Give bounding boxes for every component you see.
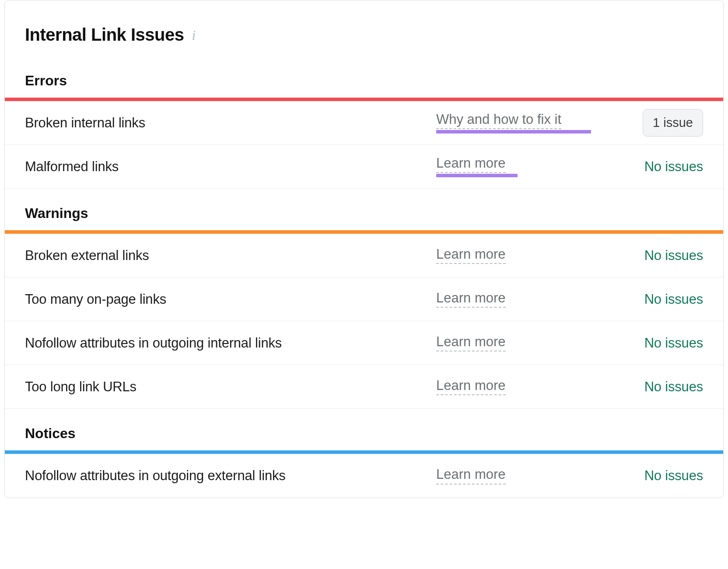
- issue-status: No issues: [602, 379, 703, 395]
- issue-row: Broken external links Learn more No issu…: [5, 234, 723, 277]
- issue-label: Broken internal links: [25, 115, 436, 131]
- issue-help-wrap: Why and how to fix it: [436, 112, 602, 133]
- section-title-warnings: Warnings: [25, 205, 703, 221]
- issue-label: Nofollow attributes in outgoing internal…: [25, 335, 436, 351]
- issue-row: Nofollow attributes in outgoing internal…: [5, 321, 723, 365]
- no-issues-text: No issues: [644, 379, 703, 394]
- issue-row: Broken internal links Why and how to fix…: [5, 101, 723, 145]
- issue-status: No issues: [602, 159, 703, 175]
- help-link[interactable]: Learn more: [436, 156, 506, 173]
- internal-link-issues-panel: Internal Link Issues i Errors Broken int…: [4, 0, 724, 498]
- panel-header: Internal Link Issues i: [5, 0, 723, 62]
- issue-status: No issues: [602, 335, 703, 351]
- no-issues-text: No issues: [644, 335, 703, 351]
- help-link[interactable]: Learn more: [436, 334, 506, 351]
- bottom-fade-overlay: [0, 516, 728, 569]
- issue-help-wrap: Learn more: [436, 334, 602, 351]
- section-title-errors: Errors: [25, 73, 703, 89]
- help-link[interactable]: Learn more: [436, 467, 506, 484]
- section-header-notices: Notices: [5, 409, 723, 450]
- issue-help-wrap: Learn more: [436, 378, 602, 395]
- section-header-errors: Errors: [5, 62, 723, 98]
- no-issues-text: No issues: [644, 248, 703, 263]
- issue-row: Too many on-page links Learn more No iss…: [5, 277, 723, 321]
- issue-label: Too long link URLs: [25, 379, 436, 395]
- issue-status: 1 issue: [602, 109, 703, 137]
- highlight-bar: [436, 130, 591, 133]
- issue-row: Nofollow attributes in outgoing external…: [5, 454, 723, 498]
- help-link[interactable]: Learn more: [436, 247, 506, 264]
- help-link[interactable]: Why and how to fix it: [436, 112, 561, 129]
- issue-label: Malformed links: [25, 159, 436, 175]
- issue-label: Nofollow attributes in outgoing external…: [25, 468, 436, 484]
- panel-title: Internal Link Issues: [25, 25, 184, 45]
- issue-help-wrap: Learn more: [436, 156, 602, 177]
- help-link[interactable]: Learn more: [436, 291, 506, 308]
- no-issues-text: No issues: [644, 292, 703, 307]
- issue-help-wrap: Learn more: [436, 247, 602, 264]
- section-bar-errors: [5, 98, 723, 101]
- info-icon[interactable]: i: [192, 28, 196, 42]
- issue-help-wrap: Learn more: [436, 291, 602, 308]
- issue-label: Broken external links: [25, 248, 436, 263]
- section-header-warnings: Warnings: [5, 189, 723, 230]
- highlight-bar: [436, 174, 518, 177]
- section-bar-warnings: [5, 230, 723, 234]
- issue-count-button[interactable]: 1 issue: [643, 109, 703, 137]
- issue-row: Too long link URLs Learn more No issues: [5, 365, 723, 409]
- section-bar-notices: [5, 450, 723, 454]
- issue-label: Too many on-page links: [25, 292, 436, 307]
- issue-status: No issues: [602, 248, 703, 263]
- issue-status: No issues: [602, 292, 703, 307]
- issue-status: No issues: [602, 468, 703, 484]
- issue-row: Malformed links Learn more No issues: [5, 145, 723, 189]
- issue-help-wrap: Learn more: [436, 467, 602, 484]
- no-issues-text: No issues: [644, 159, 703, 174]
- no-issues-text: No issues: [644, 468, 703, 483]
- section-title-notices: Notices: [25, 425, 703, 442]
- help-link[interactable]: Learn more: [436, 378, 506, 395]
